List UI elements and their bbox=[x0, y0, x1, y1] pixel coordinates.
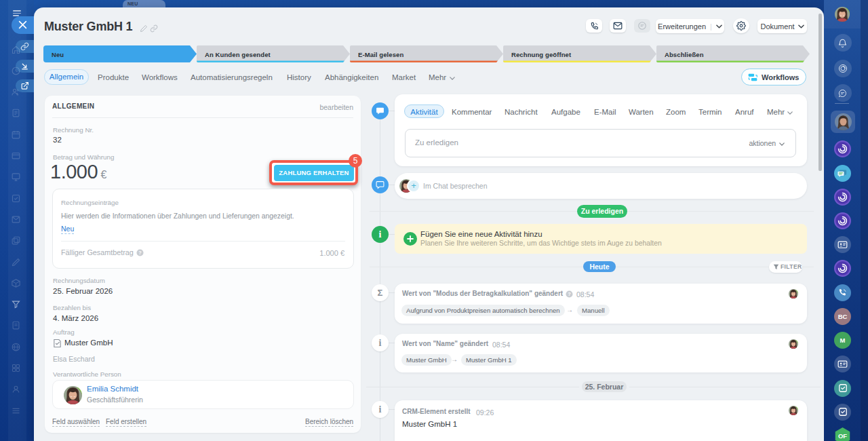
svg-text:?: ? bbox=[138, 250, 142, 256]
svg-text:?: ? bbox=[568, 291, 571, 297]
